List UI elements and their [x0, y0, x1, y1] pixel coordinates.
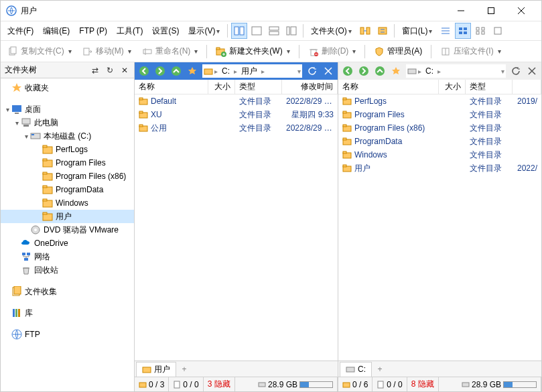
icon-view-button[interactable] — [490, 23, 506, 39]
tree-refresh-icon[interactable]: ↻ — [105, 65, 115, 76]
svg-rect-96 — [343, 111, 346, 113]
left-addressbar[interactable]: ▸ C: ▸ 用户 ▸ ▾ — [202, 64, 302, 78]
tree-progfiles86[interactable]: Program Files (x86) — [1, 170, 134, 183]
layout-vert-button[interactable] — [266, 23, 282, 39]
list-view-button[interactable] — [455, 23, 471, 39]
right-tab[interactable]: C: — [340, 362, 372, 377]
menu-settings[interactable]: 设置(S) — [148, 23, 183, 40]
tree-filecoll[interactable]: 文件收集 — [1, 285, 134, 298]
file-row[interactable]: ProgramData文件目录 — [338, 135, 541, 148]
thumb-view-button[interactable] — [472, 23, 488, 39]
left-tab[interactable]: 用户 — [136, 362, 176, 377]
left-tab-add[interactable]: + — [178, 363, 191, 376]
tree-library[interactable]: 库 — [1, 306, 134, 320]
col-type[interactable]: 类型 — [235, 80, 282, 94]
nav-fav-button[interactable] — [185, 64, 200, 78]
right-status: 0 / 6 0 / 0 8 隐藏 28.9 GB — [338, 377, 541, 391]
menu-view[interactable]: 显示(V)▾ — [184, 23, 224, 40]
tree-users[interactable]: 用户 — [1, 210, 134, 223]
admin-button[interactable]: 管理员(A) — [370, 44, 426, 59]
compress-button[interactable]: 压缩文件(I)▾ — [436, 44, 504, 59]
newfolder-button[interactable]: 新建文件夹(W)▾ — [212, 44, 293, 59]
tree-thispc[interactable]: ▾此电脑 — [1, 116, 134, 129]
nav-forward-button[interactable] — [153, 64, 167, 78]
file-row[interactable]: XU文件目录星期四 9:33 — [135, 108, 338, 121]
file-row[interactable]: Program Files (x86)文件目录 — [338, 121, 541, 135]
tree-close-icon[interactable]: ✕ — [119, 65, 130, 76]
move-button[interactable]: 移动(M)▾ — [78, 44, 135, 59]
nav-up-button[interactable] — [372, 64, 387, 78]
menu-window[interactable]: 窗口(L)▾ — [398, 23, 437, 40]
menu-folder[interactable]: 文件夹(O)▾ — [307, 23, 355, 40]
col-size[interactable]: 大小 — [439, 80, 466, 94]
layout-dual-button[interactable] — [231, 23, 247, 39]
tree-onedrive[interactable]: OneDrive — [1, 237, 134, 250]
left-filelist[interactable]: Default文件目录2022/8/29 11:41XU文件目录星期四 9:33… — [135, 94, 338, 361]
separator — [299, 45, 299, 58]
folder-tree[interactable]: 收藏夹 ▾桌面 ▾此电脑 ▾本地磁盘 (C:) PerfLogs Program… — [1, 78, 134, 391]
right-filelist[interactable]: PerfLogs文件目录2019/Program Files文件目录Progra… — [338, 94, 541, 361]
crumb-c[interactable]: C: — [219, 66, 232, 76]
file-row[interactable]: PerfLogs文件目录2019/ — [338, 94, 541, 108]
col-type[interactable]: 类型 — [466, 80, 513, 94]
detail-view-button[interactable] — [437, 23, 454, 39]
svg-rect-44 — [23, 125, 29, 127]
tree-desktop[interactable]: ▾桌面 — [1, 103, 134, 116]
menu-ftp[interactable]: FTP (P) — [75, 23, 111, 38]
swap-button[interactable] — [375, 23, 391, 39]
crumb-users[interactable]: 用户 — [239, 66, 260, 77]
file-row[interactable]: Default文件目录2022/8/29 11:41 — [135, 94, 338, 108]
nav-fav-button[interactable] — [389, 64, 403, 78]
col-modified[interactable] — [513, 80, 541, 94]
layout-single-button[interactable] — [249, 23, 265, 39]
svg-rect-61 — [22, 253, 25, 255]
right-usage-bar — [503, 381, 537, 388]
layout-tree-button[interactable] — [283, 23, 299, 39]
menu-edit[interactable]: 编辑(E) — [39, 23, 74, 40]
sync-button[interactable] — [357, 23, 373, 39]
delete-button[interactable]: 删除(D)▾ — [304, 44, 360, 59]
svg-rect-107 — [378, 381, 383, 388]
file-row[interactable]: Windows文件目录 — [338, 148, 541, 161]
nav-close-button[interactable] — [321, 64, 336, 78]
right-tab-add[interactable]: + — [373, 363, 387, 376]
close-button[interactable] — [506, 1, 536, 21]
menu-tools[interactable]: 工具(T) — [113, 23, 147, 40]
svg-rect-78 — [139, 98, 143, 100]
col-name[interactable]: 名称 — [338, 80, 439, 94]
right-addressbar[interactable]: ▸ C: ▸ ▾ — [406, 64, 506, 78]
tree-ftp[interactable]: FTP — [1, 328, 134, 341]
tree-favorites[interactable]: 收藏夹 — [1, 81, 134, 94]
file-row[interactable]: Program Files文件目录 — [338, 108, 541, 121]
col-modified[interactable]: 修改时间 — [282, 80, 338, 94]
nav-refresh-button[interactable] — [509, 64, 523, 78]
tree-dvd[interactable]: DVD 驱动器 VMware — [1, 223, 134, 237]
tree-localdisk[interactable]: ▾本地磁盘 (C:) — [1, 129, 134, 143]
file-row[interactable]: 公用文件目录2022/8/29 11:43 — [135, 121, 338, 135]
svg-point-71 — [139, 66, 149, 76]
nav-back-button[interactable] — [137, 64, 151, 78]
nav-back-button[interactable] — [340, 64, 355, 78]
copy-button[interactable]: 复制文件(C)▾ — [3, 44, 76, 59]
svg-point-87 — [343, 66, 352, 76]
menu-file[interactable]: 文件(F) — [3, 23, 38, 40]
nav-forward-button[interactable] — [356, 64, 371, 78]
nav-close-button[interactable] — [525, 64, 539, 78]
tree-recycle[interactable]: 回收站 — [1, 263, 134, 277]
minimize-button[interactable] — [446, 1, 476, 21]
separator — [206, 45, 207, 58]
rename-button[interactable]: 重命名(N)▾ — [138, 44, 202, 59]
crumb-c[interactable]: C: — [423, 66, 436, 76]
tree-network[interactable]: 网络 — [1, 250, 134, 263]
maximize-button[interactable] — [476, 1, 506, 21]
tree-progfiles[interactable]: Program Files — [1, 156, 134, 170]
nav-up-button[interactable] — [169, 64, 184, 78]
col-size[interactable]: 大小 — [208, 80, 235, 94]
tree-progdata[interactable]: ProgramData — [1, 183, 134, 196]
tree-windows[interactable]: Windows — [1, 196, 134, 210]
file-row[interactable]: 用户文件目录2022/ — [338, 161, 541, 175]
tree-sync-icon[interactable]: ⇄ — [90, 65, 100, 76]
nav-refresh-button[interactable] — [305, 64, 320, 78]
tree-perflogs[interactable]: PerfLogs — [1, 143, 134, 156]
col-name[interactable]: 名称 — [135, 80, 208, 94]
